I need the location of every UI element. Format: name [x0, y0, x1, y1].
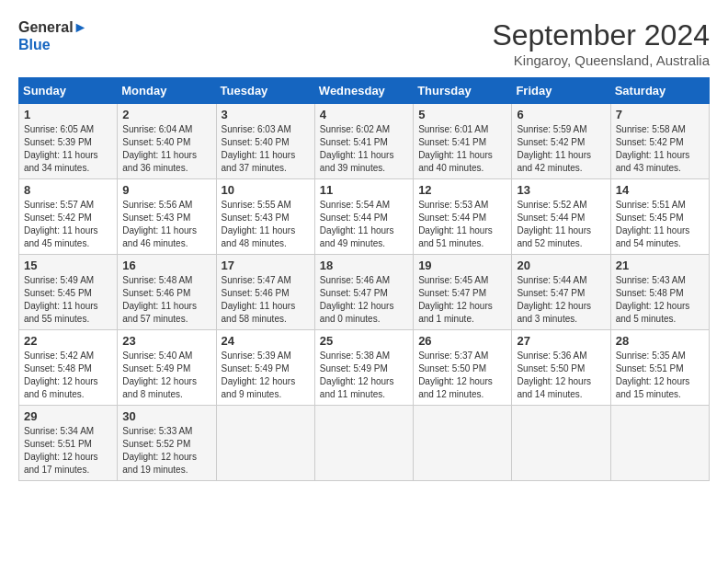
header-row: Sunday Monday Tuesday Wednesday Thursday…	[19, 78, 710, 104]
day-info: Sunrise: 5:58 AM Sunset: 5:42 PM Dayligh…	[616, 123, 704, 175]
calendar-cell: 1 Sunrise: 6:05 AM Sunset: 5:39 PM Dayli…	[19, 104, 118, 179]
calendar-cell: 9 Sunrise: 5:56 AM Sunset: 5:43 PM Dayli…	[118, 179, 216, 255]
day-number: 18	[320, 259, 408, 272]
day-info: Sunrise: 5:52 AM Sunset: 5:44 PM Dayligh…	[517, 199, 605, 250]
day-number: 6	[517, 108, 605, 121]
calendar-cell	[314, 406, 413, 481]
day-number: 23	[122, 334, 210, 348]
day-info: Sunrise: 5:40 AM Sunset: 5:49 PM Dayligh…	[122, 350, 210, 401]
day-number: 17	[222, 259, 310, 272]
calendar-cell	[414, 406, 512, 481]
calendar-cell: 12 Sunrise: 5:53 AM Sunset: 5:44 PM Dayl…	[414, 179, 512, 255]
calendar-cell: 28 Sunrise: 5:35 AM Sunset: 5:51 PM Dayl…	[610, 330, 709, 406]
calendar-cell: 10 Sunrise: 5:55 AM Sunset: 5:43 PM Dayl…	[216, 179, 314, 255]
day-number: 10	[222, 183, 310, 197]
day-info: Sunrise: 5:38 AM Sunset: 5:49 PM Dayligh…	[320, 350, 408, 401]
day-info: Sunrise: 5:49 AM Sunset: 5:45 PM Dayligh…	[24, 274, 112, 326]
logo: General► Blue	[18, 18, 87, 53]
calendar-cell: 2 Sunrise: 6:04 AM Sunset: 5:40 PM Dayli…	[118, 104, 216, 179]
subtitle: Kingaroy, Queensland, Australia	[492, 52, 710, 68]
day-number: 27	[517, 334, 605, 348]
calendar-cell: 17 Sunrise: 5:47 AM Sunset: 5:46 PM Dayl…	[216, 255, 314, 330]
day-info: Sunrise: 5:33 AM Sunset: 5:52 PM Dayligh…	[122, 425, 210, 477]
day-info: Sunrise: 5:44 AM Sunset: 5:47 PM Dayligh…	[517, 274, 605, 326]
day-number: 22	[24, 334, 112, 348]
calendar-cell: 15 Sunrise: 5:49 AM Sunset: 5:45 PM Dayl…	[19, 255, 118, 330]
day-info: Sunrise: 5:46 AM Sunset: 5:47 PM Dayligh…	[320, 274, 408, 326]
day-info: Sunrise: 6:01 AM Sunset: 5:41 PM Dayligh…	[418, 123, 506, 175]
col-sunday: Sunday	[19, 78, 118, 104]
day-info: Sunrise: 5:43 AM Sunset: 5:48 PM Dayligh…	[616, 274, 704, 326]
calendar-cell: 19 Sunrise: 5:45 AM Sunset: 5:47 PM Dayl…	[414, 255, 512, 330]
day-number: 7	[616, 108, 704, 121]
calendar-cell: 18 Sunrise: 5:46 AM Sunset: 5:47 PM Dayl…	[314, 255, 413, 330]
day-number: 12	[418, 183, 506, 197]
calendar-cell: 3 Sunrise: 6:03 AM Sunset: 5:40 PM Dayli…	[216, 104, 314, 179]
day-number: 1	[24, 108, 112, 121]
calendar-cell: 14 Sunrise: 5:51 AM Sunset: 5:45 PM Dayl…	[610, 179, 709, 255]
calendar-cell: 21 Sunrise: 5:43 AM Sunset: 5:48 PM Dayl…	[610, 255, 709, 330]
calendar-cell: 11 Sunrise: 5:54 AM Sunset: 5:44 PM Dayl…	[314, 179, 413, 255]
col-tuesday: Tuesday	[216, 78, 314, 104]
day-number: 9	[122, 183, 210, 197]
table-row: 29 Sunrise: 5:34 AM Sunset: 5:51 PM Dayl…	[19, 406, 710, 481]
calendar-cell: 7 Sunrise: 5:58 AM Sunset: 5:42 PM Dayli…	[610, 104, 709, 179]
day-number: 3	[222, 108, 310, 121]
day-info: Sunrise: 5:35 AM Sunset: 5:51 PM Dayligh…	[616, 350, 704, 401]
day-number: 16	[122, 259, 210, 272]
day-info: Sunrise: 5:56 AM Sunset: 5:43 PM Dayligh…	[122, 199, 210, 250]
day-info: Sunrise: 5:42 AM Sunset: 5:48 PM Dayligh…	[24, 350, 112, 401]
table-row: 15 Sunrise: 5:49 AM Sunset: 5:45 PM Dayl…	[19, 255, 710, 330]
main-title: September 2024	[492, 18, 710, 52]
day-number: 11	[320, 183, 408, 197]
calendar-cell	[216, 406, 314, 481]
calendar-cell: 24 Sunrise: 5:39 AM Sunset: 5:49 PM Dayl…	[216, 330, 314, 406]
day-info: Sunrise: 6:04 AM Sunset: 5:40 PM Dayligh…	[122, 123, 210, 175]
calendar-cell: 30 Sunrise: 5:33 AM Sunset: 5:52 PM Dayl…	[118, 406, 216, 481]
day-info: Sunrise: 5:57 AM Sunset: 5:42 PM Dayligh…	[24, 199, 112, 250]
day-info: Sunrise: 5:53 AM Sunset: 5:44 PM Dayligh…	[418, 199, 506, 250]
day-number: 14	[616, 183, 704, 197]
day-number: 8	[24, 183, 112, 197]
calendar-cell	[610, 406, 709, 481]
calendar-cell: 6 Sunrise: 5:59 AM Sunset: 5:42 PM Dayli…	[512, 104, 610, 179]
col-thursday: Thursday	[414, 78, 512, 104]
day-number: 4	[320, 108, 408, 121]
day-info: Sunrise: 6:05 AM Sunset: 5:39 PM Dayligh…	[24, 123, 112, 175]
day-number: 2	[122, 108, 210, 121]
calendar-cell: 13 Sunrise: 5:52 AM Sunset: 5:44 PM Dayl…	[512, 179, 610, 255]
calendar-cell: 29 Sunrise: 5:34 AM Sunset: 5:51 PM Dayl…	[19, 406, 118, 481]
calendar-cell: 26 Sunrise: 5:37 AM Sunset: 5:50 PM Dayl…	[414, 330, 512, 406]
table-row: 1 Sunrise: 6:05 AM Sunset: 5:39 PM Dayli…	[19, 104, 710, 179]
day-info: Sunrise: 5:39 AM Sunset: 5:49 PM Dayligh…	[222, 350, 310, 401]
header: General► Blue September 2024 Kingaroy, Q…	[18, 18, 710, 68]
col-friday: Friday	[512, 78, 610, 104]
day-number: 13	[517, 183, 605, 197]
calendar-cell: 22 Sunrise: 5:42 AM Sunset: 5:48 PM Dayl…	[19, 330, 118, 406]
day-number: 29	[24, 409, 112, 423]
day-info: Sunrise: 5:54 AM Sunset: 5:44 PM Dayligh…	[320, 199, 408, 250]
col-saturday: Saturday	[610, 78, 709, 104]
day-number: 28	[616, 334, 704, 348]
day-info: Sunrise: 6:02 AM Sunset: 5:41 PM Dayligh…	[320, 123, 408, 175]
day-number: 15	[24, 259, 112, 272]
day-info: Sunrise: 5:36 AM Sunset: 5:50 PM Dayligh…	[517, 350, 605, 401]
day-number: 21	[616, 259, 704, 272]
day-number: 25	[320, 334, 408, 348]
title-area: September 2024 Kingaroy, Queensland, Aus…	[492, 18, 710, 68]
day-info: Sunrise: 5:55 AM Sunset: 5:43 PM Dayligh…	[222, 199, 310, 250]
calendar-cell: 25 Sunrise: 5:38 AM Sunset: 5:49 PM Dayl…	[314, 330, 413, 406]
day-info: Sunrise: 5:59 AM Sunset: 5:42 PM Dayligh…	[517, 123, 605, 175]
calendar-cell: 20 Sunrise: 5:44 AM Sunset: 5:47 PM Dayl…	[512, 255, 610, 330]
calendar-cell: 4 Sunrise: 6:02 AM Sunset: 5:41 PM Dayli…	[314, 104, 413, 179]
day-info: Sunrise: 5:45 AM Sunset: 5:47 PM Dayligh…	[418, 274, 506, 326]
day-info: Sunrise: 5:37 AM Sunset: 5:50 PM Dayligh…	[418, 350, 506, 401]
calendar-cell: 5 Sunrise: 6:01 AM Sunset: 5:41 PM Dayli…	[414, 104, 512, 179]
col-monday: Monday	[118, 78, 216, 104]
day-number: 19	[418, 259, 506, 272]
calendar-cell: 16 Sunrise: 5:48 AM Sunset: 5:46 PM Dayl…	[118, 255, 216, 330]
calendar-cell: 27 Sunrise: 5:36 AM Sunset: 5:50 PM Dayl…	[512, 330, 610, 406]
table-row: 8 Sunrise: 5:57 AM Sunset: 5:42 PM Dayli…	[19, 179, 710, 255]
day-info: Sunrise: 6:03 AM Sunset: 5:40 PM Dayligh…	[222, 123, 310, 175]
day-info: Sunrise: 5:51 AM Sunset: 5:45 PM Dayligh…	[616, 199, 704, 250]
